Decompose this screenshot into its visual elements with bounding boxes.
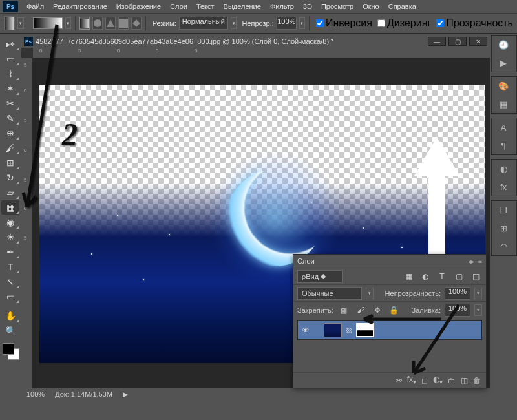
dock-styles-icon[interactable]: fx [492,178,515,196]
link-layers-icon[interactable]: ⚯ [396,376,402,385]
minimize-button[interactable]: — [428,37,446,46]
tool-blur[interactable]: ◉ [1,215,19,229]
gradient-preview[interactable] [33,17,63,29]
mask-link-icon[interactable]: ⛓ [346,327,352,334]
dock-swatches-icon[interactable]: ▦ [492,95,515,113]
tool-dodge[interactable]: ☀ [1,230,19,244]
blend-mode-select[interactable]: Нормальный [179,17,228,30]
reverse-check[interactable]: Инверсия [316,17,372,29]
layer-list: 👁 ⛓ [297,320,482,340]
layer-opacity-input[interactable]: 100% [445,287,470,300]
close-button[interactable]: ✕ [469,37,487,46]
lock-pixels-icon[interactable]: 🖌 [354,304,367,317]
layer-opacity-dd[interactable] [474,288,482,299]
new-layer-icon[interactable]: ◫ [461,376,468,385]
ruler-vertical[interactable]: 5050505 [21,58,33,388]
menu-image[interactable]: Изображение [112,1,165,12]
dock-layers-icon[interactable]: ❐ [492,201,515,219]
mask-thumbnail[interactable] [356,323,374,337]
lock-position-icon[interactable]: ✥ [371,304,384,317]
add-mask-icon[interactable]: ◻ [421,376,428,385]
color-swatches[interactable] [0,342,21,368]
menu-type[interactable]: Текст [192,1,219,12]
menu-view[interactable]: Просмотр [317,1,358,12]
fill-dd[interactable] [474,304,482,316]
tool-marquee[interactable]: ▭ [1,52,19,66]
blend-mode-select[interactable]: Обычные [297,287,362,300]
tool-zoom[interactable]: 🔍 [1,324,19,338]
gradient-picker-dd[interactable] [65,17,72,29]
gradient-linear-button[interactable] [79,17,90,30]
dock-para-icon[interactable]: ¶ [492,136,515,154]
dock-history-icon[interactable]: 🕘 [492,36,515,54]
tool-brush[interactable]: 🖌 [1,141,19,155]
menu-filter[interactable]: Фильтр [266,1,299,12]
tool-gradient[interactable]: ▦ [1,200,19,215]
dock-actions-icon[interactable]: ▶ [492,54,515,72]
tool-lasso[interactable]: ⌇ [1,67,19,81]
tool-pen[interactable]: ✒ [1,245,19,259]
lock-transparency-icon[interactable]: ▩ [337,304,350,317]
tool-eyedropper[interactable]: ✎ [1,111,19,125]
ruler-horizontal[interactable]: 05050 [33,48,490,58]
adjustment-layer-icon[interactable]: ◐▾ [433,375,443,385]
dock-adjust-icon[interactable]: ◐ [492,160,515,178]
tool-hand[interactable]: ✋ [1,309,19,323]
lock-all-icon[interactable]: 🔒 [388,304,401,317]
tool-preset[interactable] [4,16,15,30]
fill-input[interactable]: 100% [445,304,470,317]
filter-adjust-icon[interactable]: ◐ [419,270,432,283]
layer-filter-kind[interactable]: ρ Вид ◆ [297,270,343,283]
dock-char-icon[interactable]: A [492,118,515,136]
menu-file[interactable]: Файл [22,1,48,12]
zoom-value[interactable]: 100% [26,390,45,398]
dock-color-icon[interactable]: 🎨 [492,77,515,95]
layers-menu-icon[interactable]: ≡ [478,258,482,265]
tool-shape[interactable]: ▭ [1,289,19,304]
layers-collapse-icon[interactable]: ◂▸ [468,258,474,265]
dock-channels-icon[interactable]: ⊞ [492,219,515,237]
tool-path[interactable]: ↖ [1,275,19,289]
layer-fx-icon[interactable]: fx▾ [407,375,416,385]
transparency-check[interactable]: Прозрачность [436,17,513,29]
blend-mode-dd[interactable] [231,17,237,29]
filter-pixel-icon[interactable]: ▦ [402,270,415,283]
menu-3d[interactable]: 3D [299,1,317,12]
blend-mode-dd[interactable] [366,288,374,299]
filter-type-icon[interactable]: T [436,270,448,283]
tool-stamp[interactable]: ⊞ [1,156,19,170]
dock-paths-icon[interactable]: ◠ [492,237,515,255]
tool-crop[interactable]: ✂ [1,96,19,110]
tool-preset-dd[interactable] [17,17,24,29]
layers-panel[interactable]: Слои ◂▸≡ ρ Вид ◆ ▦ ◐ T ▢ ◫ Обычные Непро… [293,254,487,388]
tool-history-brush[interactable]: ↻ [1,171,19,185]
tool-eraser[interactable]: ▱ [1,185,19,200]
layer-item[interactable]: 👁 ⛓ [298,321,481,339]
filter-shape-icon[interactable]: ▢ [452,270,465,283]
delete-layer-icon[interactable]: 🗑 [473,376,481,385]
tool-wand[interactable]: ✶ [1,81,19,96]
gradient-reflected-button[interactable] [118,17,129,30]
filter-smart-icon[interactable]: ◫ [469,270,482,283]
visibility-icon[interactable]: 👁 [302,326,311,335]
dither-check[interactable]: Дизеринг [377,17,431,29]
menu-window[interactable]: Окно [358,1,384,12]
tool-type[interactable]: T [1,260,19,274]
gradient-angle-button[interactable] [105,17,116,30]
gradient-diamond-button[interactable] [131,17,142,30]
opacity-input[interactable]: 100% [277,17,297,30]
fg-color-swatch[interactable] [3,343,14,355]
document-titlebar[interactable]: Ps 4582077_7c763545d35609d05ea77ab43a8e4… [21,35,490,48]
layer-thumbnail[interactable] [324,323,342,337]
menu-help[interactable]: Справка [384,1,421,12]
menu-edit[interactable]: Редактирование [48,1,112,12]
menu-layer[interactable]: Слои [165,1,192,12]
new-group-icon[interactable]: 🗀 [448,376,456,385]
opacity-dd[interactable] [299,17,306,29]
maximize-button[interactable]: ▢ [448,37,467,46]
tool-heal[interactable]: ⊕ [1,126,19,140]
menu-select[interactable]: Выделение [219,1,266,12]
gradient-radial-button[interactable] [92,17,103,30]
status-play-icon[interactable]: ▶ [123,390,128,399]
tool-move[interactable]: ▸✥ [1,37,19,51]
